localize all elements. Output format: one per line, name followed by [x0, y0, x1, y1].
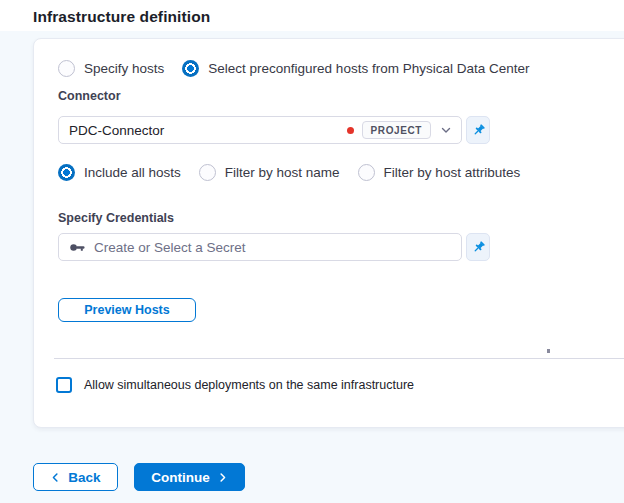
radio-filter-host-name-label: Filter by host name: [225, 165, 340, 180]
radio-unselected-icon[interactable]: [358, 164, 375, 181]
credentials-pin-button[interactable]: [466, 233, 490, 261]
checkbox-unchecked[interactable]: [56, 377, 72, 393]
connector-value: PDC-Connector: [69, 123, 347, 138]
pin-icon: [471, 240, 486, 255]
connector-pin-button[interactable]: [466, 116, 490, 144]
continue-button-label: Continue: [151, 470, 210, 485]
connector-input[interactable]: PDC-Connector PROJECT: [58, 116, 462, 144]
scope-badge: PROJECT: [362, 121, 431, 139]
radio-unselected-icon[interactable]: [58, 60, 75, 77]
radio-preconfigured-hosts-label: Select preconfigured hosts from Physical…: [208, 61, 529, 76]
radio-selected-icon[interactable]: [58, 164, 75, 181]
wizard-footer: Back Continue: [33, 463, 245, 491]
radio-preconfigured-hosts[interactable]: Select preconfigured hosts from Physical…: [182, 60, 529, 77]
radio-filter-host-attributes[interactable]: Filter by host attributes: [358, 164, 521, 181]
credentials-label: Specify Credentials: [58, 211, 174, 225]
preview-hosts-button[interactable]: Preview Hosts: [58, 298, 196, 322]
secret-select-input[interactable]: Create or Select a Secret: [58, 233, 462, 261]
section-divider: [54, 358, 624, 359]
connector-label: Connector: [58, 89, 121, 103]
page-title: Infrastructure definition: [33, 8, 210, 26]
simultaneous-deployments-label: Allow simultaneous deployments on the sa…: [84, 378, 414, 392]
back-button[interactable]: Back: [33, 463, 118, 491]
radio-filter-host-name[interactable]: Filter by host name: [199, 164, 340, 181]
simultaneous-deployments-option[interactable]: Allow simultaneous deployments on the sa…: [56, 377, 414, 393]
text-artifact: [547, 349, 550, 353]
chevron-right-icon: [217, 472, 228, 483]
chevron-down-icon[interactable]: [439, 123, 453, 137]
radio-include-all-hosts[interactable]: Include all hosts: [58, 164, 181, 181]
infrastructure-card: Specify hosts Select preconfigured hosts…: [33, 38, 624, 428]
radio-include-all-hosts-label: Include all hosts: [84, 165, 181, 180]
credentials-field: Create or Select a Secret: [58, 233, 490, 261]
radio-filter-host-attributes-label: Filter by host attributes: [384, 165, 521, 180]
secret-placeholder: Create or Select a Secret: [94, 240, 453, 255]
continue-button[interactable]: Continue: [134, 463, 245, 491]
status-dot-icon: [347, 127, 354, 134]
key-icon: [69, 239, 86, 256]
chevron-left-icon: [50, 472, 61, 483]
radio-selected-icon[interactable]: [182, 60, 199, 77]
back-button-label: Back: [68, 470, 100, 485]
infrastructure-definition-screen: Infrastructure definition Specify hosts …: [0, 0, 624, 503]
pin-icon: [471, 123, 486, 138]
radio-specify-hosts[interactable]: Specify hosts: [58, 60, 164, 77]
radio-specify-hosts-label: Specify hosts: [84, 61, 164, 76]
host-filter-radio-group: Include all hosts Filter by host name Fi…: [58, 164, 520, 181]
radio-unselected-icon[interactable]: [199, 164, 216, 181]
host-source-radio-group: Specify hosts Select preconfigured hosts…: [58, 60, 529, 77]
connector-field: PDC-Connector PROJECT: [58, 116, 490, 144]
